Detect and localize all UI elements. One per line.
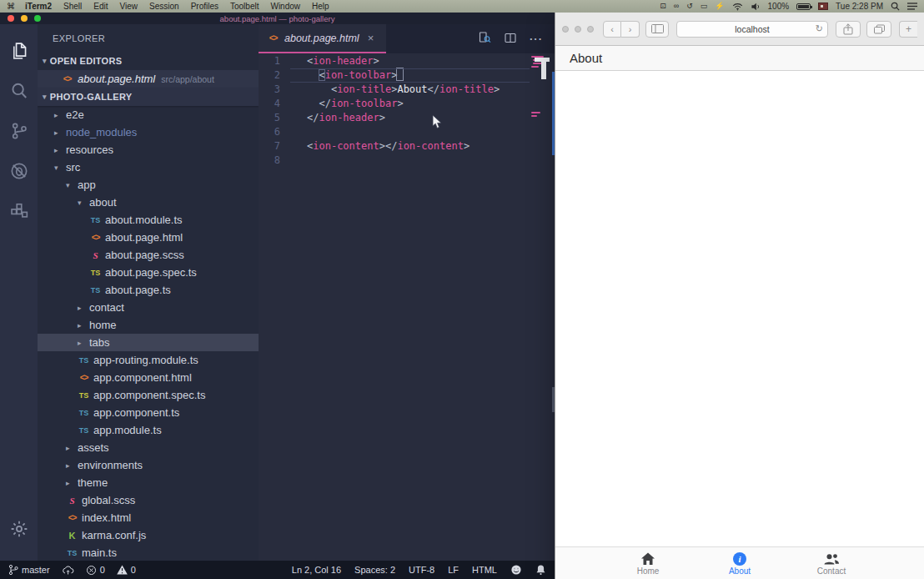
tab-about-page-html[interactable]: <> about.page.html × (259, 24, 386, 53)
tree-file-app-component-spec-ts[interactable]: TSapp.component.spec.ts (38, 386, 259, 404)
reload-icon[interactable]: ↻ (816, 23, 823, 34)
tree-file-index-html[interactable]: <>index.html (38, 509, 259, 526)
tab-home[interactable]: Home (602, 551, 694, 576)
tree-folder-contact[interactable]: ▸contact (38, 299, 259, 316)
tree-folder-app[interactable]: ▾app (38, 176, 259, 194)
warnings-status[interactable]: 0 (117, 565, 136, 575)
errors-status[interactable]: 0 (86, 565, 105, 576)
vscode-titlebar[interactable]: about.page.html — photo-gallery (0, 13, 555, 24)
tree-file-app-routing-module-ts[interactable]: TSapp-routing.module.ts (38, 351, 259, 369)
open-editors-section[interactable]: ▾ OPEN EDITORS (38, 52, 259, 70)
menu-session[interactable]: Session (149, 2, 179, 11)
split-editor-icon[interactable] (505, 32, 516, 47)
tree-folder-e2e[interactable]: ▸e2e (38, 106, 259, 123)
tree-file-about-module-ts[interactable]: TSabout.module.ts (38, 211, 259, 229)
tab-contact[interactable]: Contact (786, 551, 877, 576)
extensions-icon[interactable] (0, 191, 38, 231)
minimap[interactable] (530, 53, 555, 561)
sync-changes-button[interactable] (62, 565, 74, 576)
tree-folder-environments[interactable]: ▸environments (38, 456, 259, 474)
zoom-window-button[interactable] (587, 26, 594, 33)
forward-button[interactable]: › (621, 21, 640, 38)
keyboard-brightness-icon[interactable]: ⚡ (715, 3, 724, 10)
tree-file-app-component-ts[interactable]: TSapp.component.ts (38, 404, 259, 421)
tree-file-app-module-ts[interactable]: TSapp.module.ts (38, 421, 259, 439)
volume-icon[interactable] (751, 3, 761, 11)
tree-file-main-ts[interactable]: TSmain.ts (38, 544, 259, 561)
airplay-display-icon[interactable]: ▭ (701, 3, 708, 10)
screen-record-icon[interactable]: ⊡ (660, 3, 666, 10)
notifications-bell-icon[interactable] (535, 564, 546, 576)
code-line-7[interactable]: 7<ion-content></ion-content> (259, 139, 555, 154)
time-machine-icon[interactable]: ↺ (686, 3, 693, 10)
source-control-icon[interactable] (0, 111, 38, 151)
code-line-5[interactable]: 5</ion-header> (259, 111, 555, 125)
new-tab-button[interactable]: + (899, 21, 917, 38)
code-line-1[interactable]: 1<ion-header> (259, 54, 555, 68)
open-editor-item[interactable]: <> about.page.html src/app/about (38, 70, 259, 88)
spotlight-icon[interactable] (891, 2, 900, 11)
debug-icon[interactable] (0, 151, 38, 191)
minimize-window-button[interactable] (21, 15, 28, 22)
more-actions-icon[interactable]: ··· (530, 33, 543, 45)
tree-file-about-page-html[interactable]: <>about.page.html (38, 229, 259, 246)
encoding-status[interactable]: UTF-8 (409, 565, 434, 575)
code-line-3[interactable]: 3 <ion-title>About</ion-title> (259, 83, 555, 97)
explorer-icon[interactable] (0, 31, 38, 71)
wifi-icon[interactable] (732, 3, 743, 11)
back-button[interactable]: ‹ (603, 21, 621, 38)
address-bar[interactable]: localhost ↻ (676, 21, 828, 38)
tree-folder-node-modules[interactable]: ▸node_modules (38, 123, 259, 141)
tree-folder-resources[interactable]: ▸resources (38, 141, 259, 159)
sidebar-toggle-button[interactable] (645, 21, 669, 38)
eol-status[interactable]: LF (448, 565, 459, 575)
tree-folder-home[interactable]: ▸home (38, 316, 259, 334)
feedback-smiley-icon[interactable] (510, 564, 522, 576)
menu-window[interactable]: Window (270, 2, 300, 11)
close-tab-icon[interactable]: × (368, 32, 374, 44)
code-line-4[interactable]: 4 </ion-toolbar> (259, 97, 555, 111)
settings-gear-icon[interactable] (0, 509, 38, 549)
search-icon[interactable] (0, 71, 38, 111)
tab-about[interactable]: iAbout (694, 551, 786, 576)
tree-folder-tabs[interactable]: ▸tabs (38, 334, 259, 351)
tree-folder-src[interactable]: ▾src (38, 159, 259, 176)
menu-help[interactable]: Help (312, 2, 329, 11)
git-branch-status[interactable]: master (8, 564, 50, 576)
battery-percent[interactable]: 100% (768, 2, 790, 11)
close-window-button[interactable] (8, 15, 14, 22)
close-window-button[interactable] (562, 26, 569, 33)
tree-file-about-page-spec-ts[interactable]: TSabout.page.spec.ts (38, 264, 259, 281)
menu-shell[interactable]: Shell (63, 2, 82, 11)
tree-file-about-page-scss[interactable]: Sabout.page.scss (38, 246, 259, 264)
tree-file-about-page-ts[interactable]: TSabout.page.ts (38, 281, 259, 299)
menu-toolbelt[interactable]: Toolbelt (230, 2, 259, 11)
open-preview-icon[interactable] (479, 32, 491, 47)
minimize-window-button[interactable] (575, 26, 581, 33)
language-mode-status[interactable]: HTML (472, 565, 497, 575)
code-line-8[interactable]: 8 (259, 154, 555, 168)
tree-folder-theme[interactable]: ▸theme (38, 474, 259, 491)
indentation-status[interactable]: Spaces: 2 (354, 565, 395, 575)
zoom-window-button[interactable] (34, 15, 41, 22)
share-button[interactable] (836, 21, 861, 38)
tree-file-karma-conf-js[interactable]: Kkarma.conf.js (38, 526, 259, 544)
project-section[interactable]: ▾ PHOTO-GALLERY (38, 88, 259, 106)
code-line-2[interactable]: 2 <ion-toolbar> (259, 68, 555, 83)
menu-iterm2[interactable]: iTerm2 (25, 2, 52, 11)
code-editor[interactable]: 1<ion-header>2 <ion-toolbar>3 <ion-title… (259, 53, 555, 561)
tree-folder-assets[interactable]: ▸assets (38, 439, 259, 456)
notification-center-icon[interactable] (907, 3, 917, 10)
safari-toolbar[interactable]: ‹ › localhost ↻ + (555, 13, 924, 46)
clock[interactable]: Tue 2:28 PM (836, 2, 883, 11)
cursor-position-status[interactable]: Ln 2, Col 16 (292, 565, 341, 575)
battery-icon[interactable] (796, 3, 811, 10)
tree-folder-about[interactable]: ▾about (38, 194, 259, 211)
glasses-icon[interactable]: ∞ (674, 3, 679, 10)
apple-menu-icon[interactable]: ⌘ (7, 2, 15, 11)
menu-profiles[interactable]: Profiles (191, 2, 218, 11)
tree-file-global-scss[interactable]: Sglobal.scss (38, 491, 259, 509)
menu-edit[interactable]: Edit (93, 2, 108, 11)
code-line-6[interactable]: 6 (259, 125, 555, 139)
tree-file-app-component-html[interactable]: <>app.component.html (38, 369, 259, 386)
